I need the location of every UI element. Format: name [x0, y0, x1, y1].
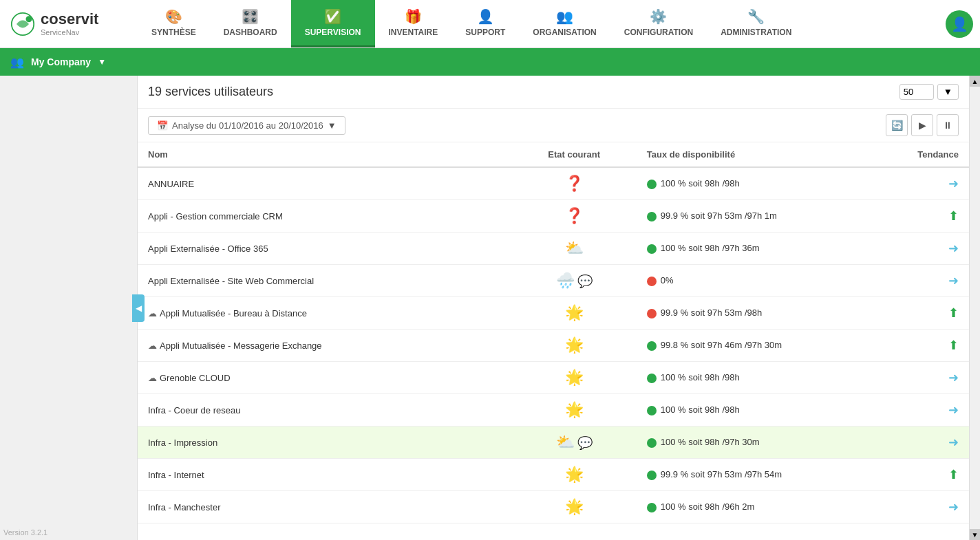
table-row[interactable]: ☁Appli Mutualisée - Bureau à Distance 🌟 … [138, 297, 969, 330]
configuration-nav-label: CONFIGURATION [624, 28, 693, 37]
cell-tendance: ⬆ [869, 330, 969, 362]
cell-etat: 🌟 [512, 459, 637, 491]
brand-name: coservit [41, 11, 98, 28]
trend-arrow-right: ➜ [948, 403, 959, 417]
content-title: 19 services utilisateurs [148, 85, 273, 99]
col-header-etat: Etat courant [512, 142, 637, 167]
service-name: ANNUAIRE [148, 179, 194, 189]
configuration-nav-icon: ⚙️ [650, 8, 667, 25]
cell-nom: ANNUAIRE [138, 167, 512, 200]
nav-item-dashboard[interactable]: 🎛️DASHBOARD [210, 0, 291, 47]
nav-item-inventaire[interactable]: 🎁INVENTAIRE [375, 0, 452, 47]
etat-icon: ❓ [565, 175, 584, 192]
table-row[interactable]: Infra - Coeur de reseau 🌟 100 % soit 98h… [138, 394, 969, 426]
cell-etat: 🌟 [512, 330, 637, 362]
cell-etat: 🌧️ 💬 [512, 265, 637, 297]
service-name: Appli Externalisée - Office 365 [148, 244, 268, 254]
cloud-icon: ☁ [148, 373, 157, 383]
taux-value: 0% [661, 275, 674, 285]
trend-arrow-right: ➜ [948, 241, 959, 255]
cell-nom: Appli Externalisée - Site Web Commercial [138, 265, 512, 297]
status-dot [647, 374, 657, 383]
comment-icon: 💬 [577, 274, 593, 288]
status-dot [647, 180, 657, 189]
table-row[interactable]: Appli Externalisée - Site Web Commercial… [138, 265, 969, 297]
play-button[interactable]: ▶ [911, 114, 933, 136]
nav-item-organisation[interactable]: 👥ORGANISATION [519, 0, 610, 47]
cell-taux: 99.9 % soit 97h 53m /98h [637, 297, 869, 330]
synthese-nav-icon: 🎨 [165, 8, 182, 25]
service-name: Appli Mutualisée - Bureau à Distance [160, 308, 307, 318]
refresh-button[interactable]: 🔄 [886, 114, 908, 136]
taux-value: 99.8 % soit 97h 46m /97h 30m [661, 340, 782, 350]
trend-arrow-right: ➜ [948, 500, 959, 514]
cell-etat: 🌟 [512, 297, 637, 330]
per-page-dropdown[interactable]: ▼ [937, 84, 959, 100]
support-nav-icon: 👤 [477, 8, 494, 25]
nav-item-supervision[interactable]: ✅SUPERVISION [291, 0, 375, 47]
table-body: ANNUAIRE ❓ 100 % soit 98h /98h ➜ Appli -… [138, 167, 969, 523]
table-row[interactable]: ☁Grenoble CLOUD 🌟 100 % soit 98h /98h ➜ [138, 362, 969, 394]
nav-item-synthese[interactable]: 🎨SYNTHÈSE [138, 0, 210, 47]
nav-user[interactable]: 👤 [939, 10, 980, 38]
cell-tendance: ⬆ [869, 459, 969, 491]
scroll-down-btn[interactable]: ▼ [970, 529, 981, 540]
table-row[interactable]: Appli - Gestion commerciale CRM ❓ 99.9 %… [138, 200, 969, 233]
taux-value: 99.9 % soit 97h 53m /97h 1m [661, 210, 777, 221]
status-dot [647, 503, 657, 512]
table-row[interactable]: Infra - Impression ⛅ 💬 100 % soit 98h /9… [138, 426, 969, 459]
company-dropdown-arrow[interactable]: ▼ [98, 57, 106, 67]
table-row[interactable]: Appli Externalisée - Office 365 ⛅ 100 % … [138, 233, 969, 265]
status-dot [647, 471, 657, 480]
user-avatar[interactable]: 👤 [946, 10, 973, 38]
main-content: 19 services utilisateurs ▼ 📅 Analyse du … [138, 76, 969, 540]
trend-arrow-up: ⬆ [948, 209, 959, 223]
date-filter-button[interactable]: 📅 Analyse du 01/10/2016 au 20/10/2016 ▼ [148, 116, 345, 135]
cloud-icon: ☁ [148, 341, 157, 351]
cell-etat: ❓ [512, 167, 637, 200]
service-name: Infra - Internet [148, 470, 204, 480]
per-page-input[interactable] [899, 84, 934, 100]
trend-arrow-up: ⬆ [948, 306, 959, 320]
date-filter-label: Analyse du 01/10/2016 au 20/10/2016 [172, 120, 323, 131]
cell-taux: 99.8 % soit 97h 46m /97h 30m [637, 330, 869, 362]
company-icon: 👥 [10, 56, 24, 69]
cell-taux: 100 % soit 98h /98h [637, 394, 869, 426]
table-row[interactable]: Infra - Manchester 🌟 100 % soit 98h /96h… [138, 491, 969, 523]
table-row[interactable]: ☁Appli Mutualisée - Messagerie Exchange … [138, 330, 969, 362]
action-buttons: 🔄 ▶ ⏸ [886, 114, 959, 136]
cell-tendance: ➜ [869, 362, 969, 394]
product-name: ServiceNav [41, 28, 98, 36]
sidebar-toggle[interactable]: ◀ [132, 294, 145, 322]
cell-nom: Infra - Manchester [138, 491, 512, 523]
logo-icon [10, 12, 35, 36]
svg-point-1 [26, 16, 32, 22]
cell-tendance: ➜ [869, 394, 969, 426]
cell-etat: ❓ [512, 200, 637, 233]
nav-item-configuration[interactable]: ⚙️CONFIGURATION [610, 0, 707, 47]
scroll-up-btn[interactable]: ▲ [970, 76, 981, 87]
status-dot [647, 406, 657, 415]
taux-value: 100 % soit 98h /98h [661, 178, 740, 188]
cell-nom: Appli Externalisée - Office 365 [138, 233, 512, 265]
cell-etat: ⛅ 💬 [512, 426, 637, 459]
table-row[interactable]: ANNUAIRE ❓ 100 % soit 98h /98h ➜ [138, 167, 969, 200]
service-name: Infra - Coeur de reseau [148, 405, 240, 415]
filter-bar: 📅 Analyse du 01/10/2016 au 20/10/2016 ▼ … [138, 109, 969, 142]
service-name: Appli - Gestion commerciale CRM [148, 211, 283, 222]
cell-nom: Infra - Internet [138, 459, 512, 491]
cell-tendance: ➜ [869, 491, 969, 523]
status-dot [647, 212, 657, 222]
trend-arrow-right: ➜ [948, 435, 959, 449]
pause-button[interactable]: ⏸ [937, 114, 959, 136]
table-row[interactable]: Infra - Internet 🌟 99.9 % soit 97h 53m /… [138, 459, 969, 491]
company-name: My Company [31, 56, 91, 67]
nav-item-administration[interactable]: 🔧ADMINISTRATION [707, 0, 805, 47]
status-dot [647, 244, 657, 254]
status-dot [647, 277, 657, 286]
status-dot [647, 341, 657, 351]
nav-item-support[interactable]: 👤SUPPORT [451, 0, 519, 47]
col-header-nom: Nom [138, 142, 512, 167]
supervision-nav-icon: ✅ [324, 8, 341, 25]
services-table-container: Nom Etat courant Taux de disponibilité T… [138, 142, 969, 540]
